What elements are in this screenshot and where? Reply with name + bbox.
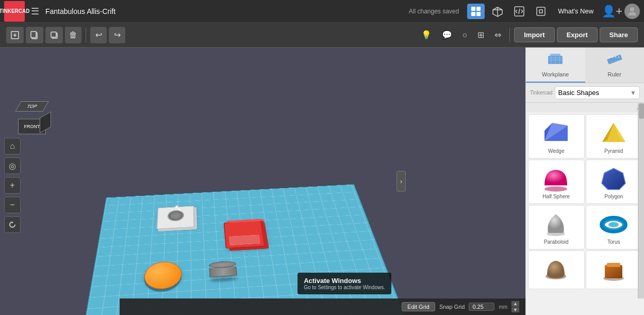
svg-line-11: [519, 9, 520, 14]
torus-label: Torus: [607, 239, 620, 245]
shape-item-half-sphere[interactable]: Half Sphere: [528, 160, 585, 204]
scrollbar-track: [638, 103, 644, 298]
wedge-svg: [542, 120, 570, 146]
shape-item-wedge[interactable]: Wedge: [528, 114, 585, 159]
red-box-side-face: [260, 221, 268, 248]
shape8-svg: [600, 257, 628, 282]
svg-rect-18: [31, 32, 36, 38]
snap-value-input[interactable]: [469, 303, 494, 311]
view-cube[interactable]: TOP FRONT: [11, 99, 53, 140]
shape7-preview: [541, 255, 572, 284]
tinkercad-logo[interactable]: TINKERCAD: [4, 1, 25, 22]
shape-item-polygon[interactable]: Polygon: [586, 160, 642, 204]
import-btn[interactable]: Import: [514, 27, 554, 42]
separator2: [509, 28, 510, 42]
shape-item-8[interactable]: [586, 250, 642, 289]
workplane-icon-svg: [547, 52, 564, 66]
top-bar: TINKERCAD ☰ Fantabulous Allis-Crift All …: [0, 0, 644, 23]
pyramid-preview: [598, 119, 629, 147]
shapes-selector: Tinkercad Basic Shapes ▼: [526, 83, 644, 103]
svg-rect-20: [51, 32, 56, 37]
copy-design-btn[interactable]: [26, 27, 43, 43]
polygon-svg: [600, 166, 628, 192]
shape-item-paraboloid[interactable]: Paraboloid: [528, 205, 585, 249]
shapes-category-label: Basic Shapes: [558, 89, 600, 97]
red-box-body: [224, 220, 265, 249]
grid-view-btn[interactable]: [467, 4, 485, 19]
align-btn[interactable]: ⊞: [473, 27, 488, 43]
export-btn[interactable]: Export: [557, 27, 598, 42]
shape-item-torus[interactable]: Torus: [586, 205, 642, 249]
svg-line-29: [609, 56, 609, 58]
dropdown-arrow-icon: ▼: [630, 89, 636, 97]
svg-rect-48: [607, 263, 620, 267]
shape-item-pyramid[interactable]: Pyramid: [586, 114, 642, 159]
activate-title: Activate Windows: [304, 277, 385, 285]
tab-ruler[interactable]: Ruler: [585, 48, 645, 83]
measure-btn[interactable]: ○: [458, 27, 472, 43]
avatar-icon: [626, 5, 638, 18]
3d-view-btn[interactable]: [489, 4, 506, 19]
snap-increment-btn[interactable]: ▲: [511, 301, 519, 307]
shape-red-box[interactable]: [224, 220, 265, 249]
red-box-inner: [229, 235, 260, 246]
home-btn[interactable]: ⌂: [4, 138, 21, 154]
share-btn[interactable]: Share: [600, 27, 638, 42]
svg-rect-22: [550, 54, 560, 56]
box-outer: [156, 206, 194, 229]
svg-point-44: [608, 222, 619, 227]
canvas-area[interactable]: TOP FRONT ⌂ ◎ + −: [0, 48, 525, 315]
paraboloid-svg: [542, 211, 570, 237]
grid-icon: [470, 6, 482, 17]
copy-design-icon: [30, 30, 39, 40]
action-buttons: Import Export Share: [514, 27, 638, 42]
svg-rect-12: [537, 7, 545, 15]
svg-rect-3: [476, 12, 481, 16]
undo-btn[interactable]: ↩: [90, 27, 107, 43]
redo-btn[interactable]: ↪: [109, 27, 125, 43]
menu-icon[interactable]: ☰: [31, 6, 39, 17]
snap-unit: mm: [499, 304, 507, 310]
panel-collapse-btn[interactable]: ›: [397, 171, 406, 192]
shapes-category-dropdown[interactable]: Basic Shapes ▼: [555, 86, 640, 99]
edit-grid-btn[interactable]: Edit Grid: [402, 302, 435, 311]
light-btn[interactable]: 💡: [417, 27, 436, 43]
wedge-preview: [541, 119, 572, 147]
workplane[interactable]: Workplane: [80, 184, 409, 315]
reset-view-btn[interactable]: [4, 216, 21, 233]
add-user-icon[interactable]: 👤+: [602, 5, 622, 18]
view-cube-side[interactable]: [40, 112, 51, 134]
save-status: All changes saved: [409, 8, 459, 15]
svg-point-39: [544, 186, 567, 192]
code-icon: [514, 6, 525, 17]
shapes-brand: Tinkercad: [530, 90, 553, 96]
zoom-out-btn[interactable]: −: [4, 197, 21, 213]
shape-gray-cylinder[interactable]: [209, 261, 238, 282]
shape-orange-circle[interactable]: [143, 261, 181, 290]
user-avatar[interactable]: [624, 4, 640, 19]
scroll-up-area: ▲: [526, 103, 644, 112]
new-btn[interactable]: [6, 27, 24, 43]
code-view-btn[interactable]: [510, 4, 528, 19]
svg-rect-0: [471, 7, 475, 11]
whatsnew-btn[interactable]: What's New: [554, 5, 598, 17]
shape-box-hole[interactable]: [156, 206, 194, 229]
delete-btn[interactable]: 🗑: [65, 27, 81, 43]
svg-point-13: [630, 7, 634, 11]
focus-btn[interactable]: ◎: [4, 158, 21, 174]
annotation-btn[interactable]: 💬: [438, 27, 456, 43]
sim-icon: [535, 6, 547, 17]
mirror-btn[interactable]: ⇔: [490, 27, 505, 43]
sim-btn[interactable]: [532, 4, 550, 19]
shape8-preview: [598, 255, 629, 284]
snap-decrement-btn[interactable]: ▼: [511, 307, 519, 313]
tab-workplane[interactable]: Workplane: [526, 48, 585, 83]
project-title[interactable]: Fantabulous Allis-Crift: [45, 7, 405, 15]
view-cube-top[interactable]: TOP: [15, 101, 49, 112]
duplicate-btn[interactable]: [45, 27, 63, 43]
scrollbar-thumb[interactable]: [639, 103, 644, 119]
shape-item-7[interactable]: [528, 250, 585, 289]
workplane-tab-label: Workplane: [542, 71, 569, 77]
zoom-in-btn[interactable]: +: [4, 177, 21, 194]
right-panel: Workplane Ruler Tinkercad Bas: [525, 48, 644, 315]
